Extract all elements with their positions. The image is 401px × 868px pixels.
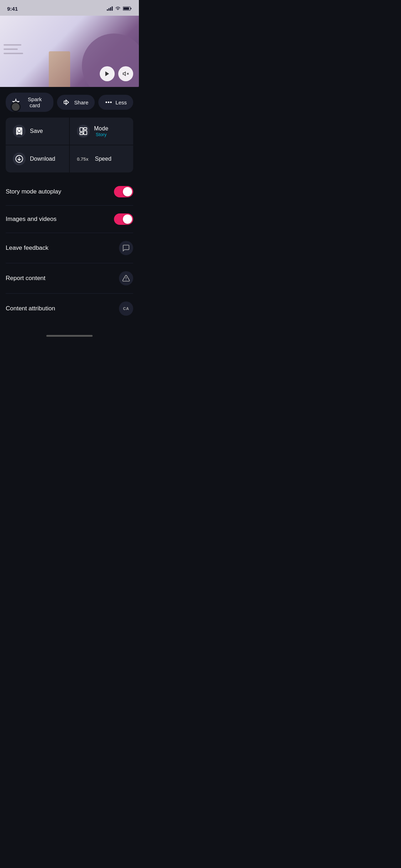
mode-text: Mode Story (94, 125, 108, 137)
svg-point-14 (110, 102, 111, 103)
svg-rect-11 (64, 101, 66, 103)
download-button[interactable]: Download (6, 145, 69, 172)
save-icon-wrap (13, 125, 26, 138)
save-button[interactable]: Save (6, 118, 69, 145)
svg-rect-18 (84, 131, 87, 135)
svg-point-13 (108, 102, 109, 103)
svg-rect-17 (84, 128, 87, 129)
svg-rect-2 (110, 7, 111, 11)
menu-grid: Save Mode Story Download 0.75x Speed (6, 118, 133, 172)
home-bar (46, 335, 93, 337)
report-content-row[interactable]: Report content (6, 263, 133, 294)
images-videos-row[interactable]: Images and videos (6, 206, 133, 233)
svg-rect-0 (107, 9, 108, 11)
svg-rect-5 (124, 7, 129, 10)
battery-icon (123, 6, 132, 11)
content-attribution-label: Content attribution (6, 305, 55, 312)
status-bar: 9:41 (0, 0, 139, 16)
play-icon (104, 71, 110, 77)
hero-figure (49, 51, 70, 87)
svg-rect-16 (80, 128, 83, 131)
hero-image (0, 16, 139, 87)
mode-label: Mode (94, 125, 108, 132)
svg-rect-6 (131, 8, 132, 9)
images-videos-toggle[interactable] (114, 213, 133, 225)
share-button[interactable]: Share (57, 95, 95, 110)
speed-label: Speed (95, 156, 111, 162)
save-label: Save (30, 128, 43, 134)
signal-icon (107, 6, 113, 11)
mode-icon-wrap (77, 125, 90, 138)
action-row: Spark card Share Less (0, 87, 139, 115)
hero-lines (0, 44, 23, 54)
status-time: 9:41 (7, 6, 18, 12)
share-icon (63, 98, 71, 106)
images-videos-toggle-knob (123, 215, 132, 224)
autoplay-toggle[interactable] (114, 186, 133, 197)
svg-marker-8 (123, 72, 126, 76)
svg-rect-3 (112, 6, 113, 11)
hero-line-2 (4, 48, 18, 50)
settings-section: Story mode autoplay Images and videos Le… (0, 178, 139, 324)
svg-rect-1 (109, 8, 110, 11)
svg-rect-19 (80, 133, 83, 134)
download-icon-wrap (13, 153, 26, 165)
report-content-label: Report content (6, 275, 46, 282)
ca-badge-text: CA (123, 306, 129, 311)
autoplay-label: Story mode autoplay (6, 188, 61, 195)
less-button[interactable]: Less (98, 95, 133, 110)
home-indicator (0, 331, 139, 340)
svg-marker-7 (105, 71, 109, 76)
leave-feedback-button[interactable] (119, 241, 133, 255)
warning-icon (122, 274, 130, 282)
hero-line-3 (4, 53, 23, 54)
share-label: Share (74, 99, 88, 105)
wifi-icon (115, 6, 121, 11)
svg-point-12 (106, 102, 107, 103)
spark-card-label: Spark card (22, 96, 47, 108)
download-icon (15, 154, 24, 164)
dot-indicator (11, 102, 21, 112)
mode-icon (79, 126, 88, 136)
report-content-button[interactable] (119, 271, 133, 285)
autoplay-row[interactable]: Story mode autoplay (6, 178, 133, 206)
hero-line-1 (4, 44, 21, 46)
autoplay-toggle-knob (123, 187, 132, 196)
mode-button[interactable]: Mode Story (70, 118, 133, 145)
mute-button[interactable] (118, 66, 133, 81)
leave-feedback-label: Leave feedback (6, 244, 48, 252)
status-icons (107, 6, 132, 11)
download-label: Download (30, 156, 55, 162)
leave-feedback-row[interactable]: Leave feedback (6, 233, 133, 263)
images-videos-label: Images and videos (6, 216, 57, 223)
more-icon (105, 98, 113, 106)
speed-badge: 0.75x (77, 156, 89, 162)
content-attribution-button[interactable]: CA (119, 301, 133, 316)
mode-sub-label: Story (94, 132, 108, 137)
content-attribution-row[interactable]: Content attribution CA (6, 294, 133, 324)
play-button[interactable] (100, 66, 115, 81)
speed-button[interactable]: 0.75x Speed (70, 145, 133, 172)
feedback-icon (122, 244, 130, 252)
less-label: Less (115, 99, 127, 105)
hero-controls (100, 66, 133, 81)
save-icon (15, 126, 24, 136)
mute-icon (123, 71, 129, 77)
